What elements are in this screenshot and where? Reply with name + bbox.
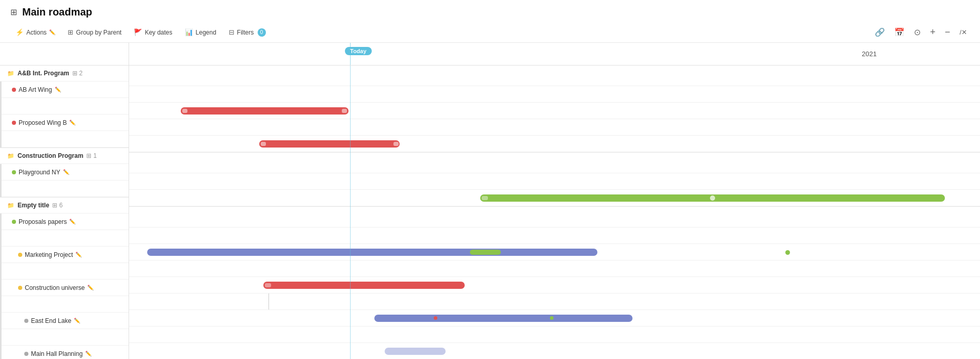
gantt-row-east-end-lake-label (129, 327, 980, 343)
actions-button[interactable]: ⚡ Actions ✏️ (10, 26, 60, 39)
gantt-section-empty (129, 207, 980, 359)
gantt-row-ab-art-wing-label (129, 86, 980, 103)
bar-east-end-lake[interactable] (385, 348, 446, 355)
task-row-ab-art-wing-bar-spacer (2, 98, 129, 115)
main-area: 📁 A&B Int. Program ⊞ 2 AB Art Wing ✏️ (0, 43, 980, 359)
group-construction-count: ⊞ 1 (86, 152, 97, 159)
gantt-row-ab-art-wing-bar (129, 103, 980, 119)
task-row-east-end-lake-bar-spacer (2, 329, 129, 346)
dot-east-end-lake (24, 319, 28, 323)
filters-button[interactable]: ⊟ Filters 0 (224, 26, 271, 39)
task-row-proposed-wing-b-bar-spacer (2, 131, 129, 148)
year-2021-label: 2021 (862, 50, 877, 58)
settings-icon-button[interactable]: ⊙ (911, 25, 923, 40)
task-row-marketing-project-bar-spacer (2, 263, 129, 280)
gantt-group-header-ab (129, 66, 980, 86)
task-row-main-hall-planning-label: Main Hall Planning ✏️ (2, 346, 129, 359)
app-container: ⊞ Main roadmap ⚡ Actions ✏️ ⊞ Group by P… (0, 0, 980, 359)
gantt-panel: Today 2021 (129, 43, 980, 359)
task-row-proposed-wing-b-label: Proposed Wing B ✏️ (2, 115, 129, 131)
timeline-header: Today 2021 (129, 43, 980, 66)
toolbar: ⚡ Actions ✏️ ⊞ Group by Parent 🚩 Key dat… (0, 22, 980, 43)
group-header-construction: 📁 Construction Program ⊞ 1 (0, 148, 129, 164)
gantt-row-construction-universe-label (129, 293, 980, 310)
header-spacer (0, 43, 129, 66)
gantt-row-marketing-project-bar (129, 277, 980, 293)
group-by-parent-button[interactable]: ⊞ Group by Parent (62, 26, 127, 39)
actions-icon: ⚡ (15, 28, 24, 36)
calendar-icon-button[interactable]: 📅 (892, 25, 907, 40)
gantt-row-proposals-papers-label (129, 227, 980, 244)
dot-proposed-wing-b (12, 121, 16, 125)
group-header-empty: 📁 Empty title ⊞ 6 (0, 198, 129, 214)
zoom-out-button[interactable]: − (942, 24, 953, 40)
gantt-content: Today 2021 (129, 43, 980, 359)
app-icon: ⊞ (10, 7, 17, 17)
legend-icon: 📊 (185, 28, 193, 36)
today-label: Today (345, 47, 372, 55)
gantt-group-header-empty (129, 207, 980, 227)
edit-icon-proposed-wing-b[interactable]: ✏️ (69, 120, 75, 125)
task-row-playground-ny-label: Playground NY ✏️ (2, 164, 129, 181)
edit-icon-marketing-project[interactable]: ✏️ (75, 252, 82, 257)
group-ab-icon: 📁 (7, 70, 14, 77)
gantt-group-header-construction (129, 153, 980, 173)
bar-construction-universe[interactable] (374, 315, 633, 322)
left-panel: 📁 A&B Int. Program ⊞ 2 AB Art Wing ✏️ (0, 43, 129, 359)
dot-proposals-papers (12, 220, 16, 224)
task-row-proposals-papers-bar-spacer (2, 230, 129, 247)
group-empty: 📁 Empty title ⊞ 6 Proposals papers ✏️ (0, 198, 129, 359)
legend-button[interactable]: 📊 Legend (180, 26, 222, 39)
gantt-row-playground-ny-bar (129, 190, 980, 206)
gantt-section-ab (129, 66, 980, 153)
link-icon-button[interactable]: 🔗 (872, 25, 888, 40)
gantt-section-construction (129, 153, 980, 207)
edit-icon-east-end-lake[interactable]: ✏️ (74, 318, 80, 323)
gantt-row-proposed-wing-b-bar (129, 136, 980, 152)
bar-proposed-wing-b[interactable] (259, 140, 400, 148)
task-row-ab-art-wing-label: AB Art Wing ✏️ (2, 81, 129, 98)
bar-proposals-papers-sub (470, 250, 501, 255)
task-row-east-end-lake-label: East End Lake ✏️ (2, 313, 129, 329)
gantt-row-proposed-wing-b-label (129, 119, 980, 136)
edit-icon-main-hall-planning[interactable]: ✏️ (85, 351, 91, 356)
group-ab: 📁 A&B Int. Program ⊞ 2 AB Art Wing ✏️ (0, 66, 129, 148)
bar-proposals-papers-main[interactable] (147, 249, 597, 256)
group-empty-icon: 📁 (7, 202, 14, 209)
group-construction-icon: 📁 (7, 153, 14, 159)
milestone-construction-universe-green (550, 316, 554, 320)
page-title: Main roadmap (22, 6, 92, 18)
toolbar-right: 🔗 📅 ⊙ + − /✕ (872, 24, 970, 40)
gantt-row-marketing-project-label (129, 260, 980, 277)
zoom-in-button[interactable]: + (927, 24, 938, 40)
expand-button[interactable]: /✕ (957, 26, 970, 39)
group-construction: 📁 Construction Program ⊞ 1 Playground NY… (0, 148, 129, 198)
dot-playground-ny (12, 170, 16, 174)
bar-ab-art-wing[interactable] (181, 107, 349, 115)
gantt-row-construction-universe-bar (129, 310, 980, 327)
dot-ab-art-wing (12, 88, 16, 92)
today-line-full (350, 66, 351, 359)
task-row-marketing-project-label: Marketing Project ✏️ (2, 247, 129, 263)
gantt-row-proposals-papers-bar (129, 244, 980, 260)
dot-main-hall-planning (24, 352, 28, 356)
dot-construction-universe (18, 286, 22, 290)
edit-icon-playground-ny[interactable]: ✏️ (63, 169, 69, 175)
task-row-construction-universe-label: Construction universe ✏️ (2, 280, 129, 296)
header: ⊞ Main roadmap (0, 0, 980, 22)
group-empty-count: ⊞ 6 (52, 202, 62, 209)
task-row-construction-universe-bar-spacer (2, 296, 129, 313)
filter-count-badge: 0 (258, 28, 266, 37)
bar-marketing-project[interactable] (263, 282, 465, 289)
flag-icon: 🚩 (134, 28, 142, 36)
dot-marketing-project (18, 253, 22, 257)
group-header-ab: 📁 A&B Int. Program ⊞ 2 (0, 66, 129, 81)
edit-icon-proposals-papers[interactable]: ✏️ (69, 219, 75, 224)
edit-icon-ab-art-wing[interactable]: ✏️ (55, 87, 61, 92)
key-dates-button[interactable]: 🚩 Key dates (129, 26, 177, 39)
gantt-row-east-end-lake-bar (129, 343, 980, 359)
edit-icon-construction-universe[interactable]: ✏️ (87, 285, 93, 290)
task-row-proposals-papers-label: Proposals papers ✏️ (2, 214, 129, 230)
group-icon: ⊞ (68, 28, 73, 36)
group-ab-count: ⊞ 2 (72, 70, 83, 77)
